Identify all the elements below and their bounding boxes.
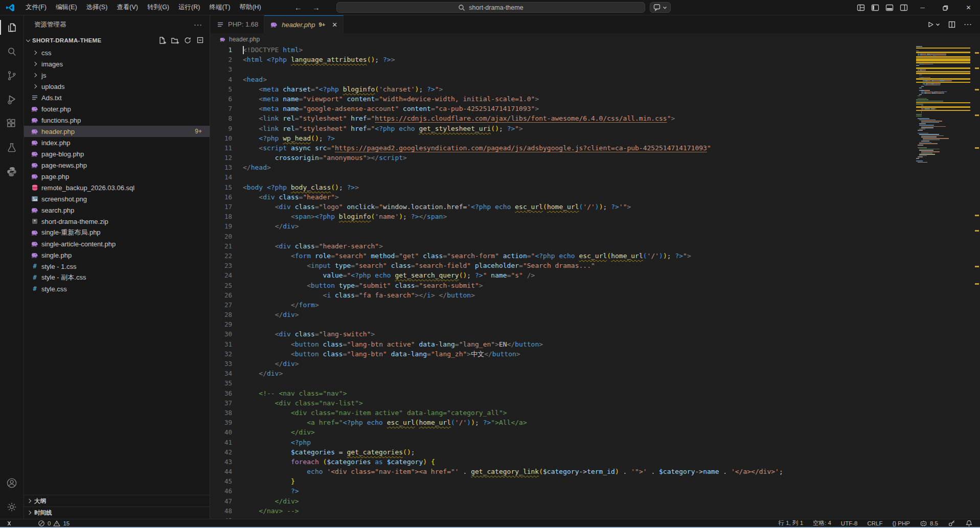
minimize-button[interactable]: ─ (911, 0, 934, 15)
code-line-4[interactable]: 4<head> (211, 75, 915, 84)
file-row-page-blog.php[interactable]: page-blog.php (24, 148, 210, 159)
tab-php-extension[interactable]: PHP: 1.68 (211, 15, 264, 33)
code-line-38[interactable]: 38 <div class="nav-item active" data-lan… (211, 408, 915, 418)
file-row-js[interactable]: js (24, 70, 210, 81)
cursor-position[interactable]: 行 1, 列 1 (778, 519, 803, 527)
indentation[interactable]: 空格: 4 (813, 519, 831, 527)
close-window-button[interactable]: ✕ (957, 0, 980, 15)
code-line-26[interactable]: 26 <i class="fa fa-search"></i> </button… (211, 290, 915, 300)
file-row-functions.php[interactable]: functions.php (24, 114, 210, 126)
code-line-27[interactable]: 27 </form> (211, 300, 915, 310)
code-line-34[interactable]: 34 </div> (211, 369, 915, 378)
file-row-page-news.php[interactable]: page-news.php (24, 159, 210, 171)
activity-testing[interactable] (0, 135, 24, 159)
command-center-search[interactable]: short-drama-theme (336, 2, 645, 13)
code-line-46[interactable]: 46 ?> (211, 486, 915, 496)
code-line-17[interactable]: 17 <div class="logo" onclick="window.loc… (211, 202, 915, 212)
code-line-12[interactable]: 12 crossorigin="anonymous"></script> (211, 153, 915, 163)
activity-python[interactable] (0, 159, 24, 183)
menu-item-4[interactable]: 转到(G) (143, 0, 174, 15)
code-line-47[interactable]: 47 </div> (211, 496, 915, 506)
menu-item-0[interactable]: 文件(F) (21, 0, 51, 15)
collapse-all-icon[interactable] (196, 36, 204, 44)
code-line-48[interactable]: 48 </nav> --> (211, 506, 915, 516)
file-row-Ads.txt[interactable]: Ads.txt (24, 92, 210, 103)
settings-button[interactable] (0, 495, 24, 519)
new-folder-icon[interactable] (171, 36, 179, 44)
problems-indicator[interactable]: 0 15 (38, 520, 70, 527)
code-line-30[interactable]: 30 <div class="lang-switch"> (211, 329, 915, 339)
activity-extensions[interactable] (0, 111, 24, 135)
code-line-2[interactable]: 2<html <?php language_attributes(); ?>> (211, 55, 915, 64)
code-line-7[interactable]: 7 <meta name="google-adsense-account" co… (211, 104, 915, 113)
activity-source-control[interactable] (0, 63, 24, 87)
code-line-19[interactable]: 19 </div> (211, 221, 915, 231)
code-line-14[interactable]: 14 (211, 172, 915, 182)
customize-layout-icon[interactable] (857, 4, 865, 12)
code-line-18[interactable]: 18 <span><?php bloginfo('name'); ?></spa… (211, 212, 915, 221)
history-back-icon[interactable]: ← (294, 3, 302, 12)
menu-item-5[interactable]: 运行(R) (174, 0, 204, 15)
code-line-37[interactable]: 37 <div class="nav-list"> (211, 398, 915, 408)
encoding[interactable]: UTF-8 (841, 520, 858, 526)
toggle-secondary-sidebar-icon[interactable] (900, 4, 908, 12)
run-php-button[interactable] (926, 20, 940, 29)
code-line-3[interactable]: 3 (211, 64, 915, 74)
explorer-more-actions-icon[interactable]: ··· (194, 20, 202, 29)
editor-more-actions-icon[interactable]: ··· (964, 20, 972, 29)
code-line-20[interactable]: 20 (211, 232, 915, 241)
file-row-style - 副本.css[interactable]: #style - 副本.css (24, 272, 210, 283)
tab-header-php[interactable]: header.php 9+ ✕ (264, 15, 344, 33)
code-line-29[interactable]: 29 (211, 319, 915, 329)
file-row-screenshot.png[interactable]: screenshot.png (24, 193, 210, 204)
toggle-panel-icon[interactable] (885, 4, 894, 12)
new-file-icon[interactable] (158, 36, 166, 44)
code-line-43[interactable]: 43 foreach ($categories as $category) { (211, 457, 915, 467)
project-root-row[interactable]: SHORT-DRAMA-THEME (24, 34, 210, 47)
code-line-25[interactable]: 25 <button type="submit" class="search-s… (211, 281, 915, 290)
file-row-short-drama-theme.zip[interactable]: short-drama-theme.zip (24, 216, 210, 227)
code-area[interactable]: 1<!DOCTYPE html>2<html <?php language_at… (211, 45, 915, 519)
chat-button[interactable] (650, 2, 671, 13)
file-row-search.php[interactable]: search.php (24, 204, 210, 216)
close-tab-icon[interactable]: ✕ (332, 21, 337, 29)
file-row-style.css[interactable]: #style.css (24, 283, 210, 294)
menu-item-6[interactable]: 终端(T) (204, 0, 235, 15)
accounts-button[interactable] (0, 471, 24, 495)
code-line-23[interactable]: 23 <input type="search" class="search-fi… (211, 261, 915, 270)
menu-item-7[interactable]: 帮助(H) (235, 0, 265, 15)
code-line-5[interactable]: 5 <meta charset="<?php bloginfo('charset… (211, 84, 915, 94)
code-line-15[interactable]: 15<body <?php body_class(); ?>> (211, 182, 915, 192)
ai-assistant-indicator[interactable]: 8.5 (920, 519, 938, 527)
code-line-31[interactable]: 31 <button class="lang-btn active" data-… (211, 339, 915, 349)
code-line-44[interactable]: 44 echo '<div class="nav-item"><a href="… (211, 467, 915, 476)
menu-item-1[interactable]: 编辑(E) (51, 0, 82, 15)
file-row-index.php[interactable]: index.php (24, 137, 210, 148)
code-line-32[interactable]: 32 <button class="lang-btn" data-lang="l… (211, 349, 915, 359)
code-line-41[interactable]: 41 <?php (211, 438, 915, 447)
menu-item-2[interactable]: 选择(S) (82, 0, 112, 15)
split-editor-icon[interactable] (948, 20, 956, 29)
activity-run-debug[interactable] (0, 87, 24, 111)
code-line-33[interactable]: 33 </div> (211, 359, 915, 369)
toggle-sidebar-icon[interactable] (871, 4, 879, 12)
history-forward-icon[interactable]: → (312, 3, 320, 12)
code-line-40[interactable]: 40 </div> (211, 427, 915, 437)
code-line-36[interactable]: 36 <!-- <nav class="nav"> (211, 388, 915, 398)
code-line-45[interactable]: 45 } (211, 476, 915, 486)
refresh-icon[interactable] (184, 36, 192, 44)
file-row-header.php[interactable]: header.php9+ (24, 126, 210, 137)
code-line-1[interactable]: 1<!DOCTYPE html> (211, 45, 915, 55)
code-line-21[interactable]: 21 <div class="header-search"> (211, 241, 915, 251)
code-line-39[interactable]: 39 <a href="<?php echo esc_url(home_url(… (211, 418, 915, 427)
file-row-uploads[interactable]: uploads (24, 81, 210, 92)
code-line-16[interactable]: 16 <div class="header"> (211, 192, 915, 202)
file-row-single.php[interactable]: single.php (24, 249, 210, 261)
file-row-images[interactable]: images (24, 58, 210, 70)
code-line-42[interactable]: 42 $categories = get_categories(); (211, 447, 915, 457)
breadcrumb[interactable]: header.php (211, 33, 980, 45)
activity-search[interactable] (0, 39, 24, 63)
language-mode[interactable]: {} PHP (892, 520, 910, 526)
notifications-bell[interactable] (965, 519, 973, 527)
code-line-24[interactable]: 24 value="<?php echo get_search_query();… (211, 270, 915, 280)
